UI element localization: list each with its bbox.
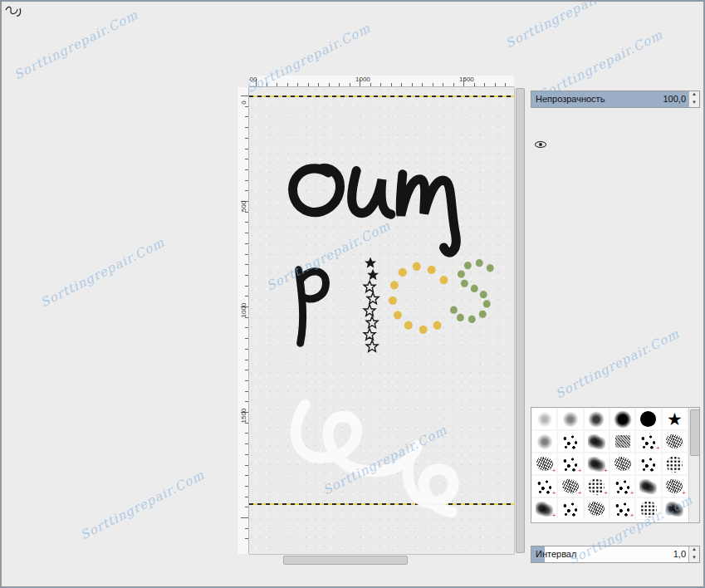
ruler-tick <box>245 507 248 507</box>
brush-item[interactable] <box>610 408 635 430</box>
scrollbar-thumb[interactable] <box>690 409 700 456</box>
vertical-scrollbar[interactable] <box>514 87 526 554</box>
ruler-tick <box>277 83 277 86</box>
brush-grid <box>531 408 688 520</box>
ruler-tick <box>245 349 248 350</box>
eye-icon <box>535 140 546 149</box>
image-tab-untitled[interactable]: ✕ <box>296 48 350 75</box>
brush-item[interactable] <box>531 430 557 453</box>
brush-item[interactable] <box>662 497 688 520</box>
ruler-tick <box>245 538 248 539</box>
image-tabs: ✕ ✕ <box>237 47 526 76</box>
ruler-tick <box>245 180 248 181</box>
canvas-viewport[interactable] <box>249 87 514 554</box>
spacing-label: Интервал <box>536 549 576 559</box>
ruler-tick <box>484 83 485 86</box>
brush-item[interactable] <box>531 497 557 520</box>
brush-item[interactable] <box>584 475 610 497</box>
layer-opacity-label: Непрозрачность <box>536 94 605 104</box>
ruler-tick <box>433 83 433 86</box>
brush-item[interactable] <box>662 453 688 475</box>
ruler-tick <box>245 360 248 360</box>
brush-item[interactable] <box>584 453 610 475</box>
brush-item[interactable] <box>557 497 583 520</box>
ruler-tick <box>245 222 248 223</box>
brush-item[interactable] <box>557 408 583 430</box>
ruler-tick <box>245 190 248 191</box>
ruler-tick <box>245 233 248 233</box>
ruler-tick <box>245 159 248 159</box>
brush-item[interactable] <box>557 453 583 475</box>
brush-item[interactable] <box>584 497 610 520</box>
canvas-row: 050010001500 <box>237 87 526 554</box>
ruler-label: 1000 <box>240 306 247 318</box>
brush-item[interactable] <box>610 497 635 520</box>
ruler-tick <box>241 517 248 518</box>
spacing-value: 1,0 <box>673 549 686 559</box>
brush-item[interactable] <box>531 408 557 430</box>
ruler-tick <box>245 475 248 476</box>
ruler-tick <box>380 83 381 86</box>
ruler-tick <box>391 83 392 86</box>
brush-item[interactable] <box>635 453 661 475</box>
ruler-tick <box>245 127 248 128</box>
brush-item[interactable] <box>635 475 661 497</box>
brush-item[interactable] <box>584 408 610 430</box>
brush-item[interactable] <box>557 475 583 497</box>
ruler-tick <box>245 327 248 328</box>
main-area: ▭◯∿✶▣✂◩✒⊙◎∠╬⊞◱↻◳▱◇⇄❖A◣▧✏✑◪☁✒⊕✚⊡●☝◐ ⇄ ⚒ П… <box>1 47 704 587</box>
scrollbar-thumb[interactable] <box>283 556 408 565</box>
ruler-tick <box>245 149 248 149</box>
ruler-tick <box>245 401 248 402</box>
ruler-tick <box>245 465 248 466</box>
ruler-tick <box>350 83 350 86</box>
brush-item[interactable] <box>584 430 610 453</box>
brush-item[interactable] <box>610 453 635 475</box>
ruler-label: 1000 <box>355 76 370 83</box>
brush-spacing-slider[interactable]: Интервал 1,0 <box>531 546 700 563</box>
layer-opacity-slider[interactable]: Непрозрачность 100,0 <box>531 91 700 108</box>
ruler-tick <box>245 116 248 117</box>
vertical-ruler[interactable]: 050010001500 <box>237 87 249 554</box>
ruler-label: 0 <box>240 97 247 109</box>
horizontal-scrollbar[interactable] <box>249 554 514 566</box>
ruler-tick <box>443 83 443 86</box>
brush-item[interactable] <box>662 430 688 453</box>
spacing-spinner[interactable] <box>688 546 699 562</box>
ruler-tick <box>505 83 506 86</box>
brush-item[interactable] <box>635 408 661 430</box>
ruler-tick <box>245 243 248 244</box>
ruler-tick <box>245 391 248 392</box>
layer-opacity-spinner[interactable] <box>688 91 699 107</box>
brush-grid-scrollbar[interactable] <box>688 408 699 522</box>
horizontal-ruler[interactable]: 50010001500 <box>249 76 514 87</box>
brush-item[interactable] <box>557 430 583 453</box>
brush-item[interactable] <box>662 408 688 430</box>
ruler-tick <box>245 296 248 296</box>
brush-item[interactable] <box>635 497 661 520</box>
brush-item[interactable] <box>635 430 661 453</box>
hscroll-row: ╋ <box>237 554 526 566</box>
ruler-tick <box>245 264 248 265</box>
ruler-row: 50010001500 <box>237 76 526 87</box>
ruler-tick <box>245 275 248 276</box>
brush-item[interactable] <box>662 475 688 497</box>
ruler-label: 1500 <box>240 412 247 424</box>
ruler-tick <box>245 528 248 529</box>
ruler-tick <box>297 83 298 86</box>
ruler-label: 500 <box>249 76 257 83</box>
canvas-drawing <box>249 87 514 554</box>
ruler-tick <box>245 286 248 287</box>
brush-item[interactable] <box>531 453 557 475</box>
ruler-tick <box>339 83 340 86</box>
brush-item[interactable] <box>610 475 635 497</box>
ruler-tick <box>495 83 496 86</box>
brush-item[interactable] <box>610 430 635 453</box>
brush-grid-container <box>531 407 700 523</box>
ruler-tick <box>245 486 248 487</box>
canvas-area: ✕ ✕ 50010001500 050010001500 <box>237 47 526 587</box>
brush-item[interactable] <box>531 475 557 497</box>
ruler-tick <box>318 83 319 86</box>
scrollbar-thumb[interactable] <box>516 88 525 553</box>
ruler-label: 1500 <box>459 76 474 83</box>
